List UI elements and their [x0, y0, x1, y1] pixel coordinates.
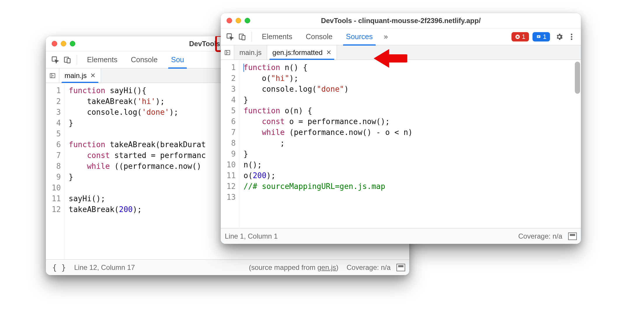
svg-rect-12: [538, 37, 539, 37]
panel-tab-console[interactable]: Console: [299, 28, 339, 45]
status-bar: { } Line 12, Column 17 (source mapped fr…: [46, 259, 409, 275]
coverage-info: Coverage: n/a: [518, 232, 562, 240]
svg-point-15: [571, 38, 572, 40]
svg-point-13: [571, 34, 572, 35]
svg-marker-5: [52, 75, 53, 77]
file-tab-label: main.js: [239, 48, 262, 57]
panel-tab-console[interactable]: Console: [124, 51, 164, 68]
scrollbar-thumb[interactable]: [575, 62, 580, 94]
minimize-icon[interactable]: [236, 18, 241, 23]
panel-tab-elements[interactable]: Elements: [81, 51, 124, 68]
source-map-link[interactable]: gen.js: [317, 263, 336, 271]
traffic-lights: [52, 41, 75, 46]
device-toggle-icon[interactable]: [236, 31, 248, 43]
window-title: DevTools - clinquant-mousse-2f2396.netli…: [321, 17, 481, 25]
inspect-icon[interactable]: [224, 31, 236, 43]
pretty-print-icon[interactable]: { }: [50, 263, 68, 272]
close-icon[interactable]: ✕: [326, 49, 331, 56]
panel-tab-elements[interactable]: Elements: [255, 28, 299, 45]
error-icon: [515, 34, 520, 39]
inspect-icon[interactable]: [49, 54, 61, 66]
close-icon[interactable]: [52, 41, 57, 46]
device-toggle-icon[interactable]: [62, 54, 73, 66]
status-bar: Line 1, Column 1 Coverage: n/a: [221, 228, 581, 244]
divider: [77, 55, 77, 65]
svg-marker-18: [227, 52, 228, 53]
svg-rect-2: [67, 58, 70, 63]
error-badge[interactable]: 1: [511, 32, 529, 41]
devtools-toolbar: Elements Console Sources » 1 1: [221, 28, 581, 45]
info-icon: [536, 34, 541, 39]
source-mapped-info[interactable]: (source mapped from gen.js): [249, 263, 338, 272]
source-code[interactable]: function n() { o("hi"); console.log("don…: [239, 60, 417, 228]
kebab-menu-icon[interactable]: [566, 31, 577, 43]
more-panels-icon[interactable]: »: [380, 28, 392, 45]
issues-badge[interactable]: 1: [532, 32, 550, 41]
file-tab-main-js[interactable]: main.js: [234, 45, 267, 60]
divider: [252, 32, 252, 42]
issues-count: 1: [543, 33, 546, 41]
file-tab-label: main.js: [65, 72, 87, 80]
drawer-toggle-icon[interactable]: [568, 232, 577, 240]
line-gutter: 1 2 3 4 5 6 7 8 9 10 11 12: [46, 83, 65, 259]
svg-rect-11: [538, 36, 539, 37]
svg-rect-8: [242, 35, 245, 40]
traffic-lights: [227, 18, 250, 23]
navigator-toggle-icon[interactable]: [46, 68, 59, 83]
close-icon[interactable]: [227, 18, 232, 23]
svg-point-14: [571, 36, 572, 37]
panel-tab-sources[interactable]: Sources: [340, 28, 379, 45]
annotation-arrow-icon: [372, 47, 407, 70]
close-icon[interactable]: ✕: [90, 72, 95, 79]
panel-tab-sources[interactable]: Sou: [165, 51, 190, 68]
file-tab-label: gen.js:formatted: [272, 48, 323, 57]
cursor-position: Line 1, Column 1: [225, 232, 278, 240]
zoom-icon[interactable]: [245, 18, 250, 23]
file-tab-main-js[interactable]: main.js ✕: [59, 68, 101, 83]
source-code[interactable]: function sayHi(){ takeABreak('hi'); cons…: [65, 83, 210, 259]
file-tab-gen-js-formatted[interactable]: gen.js:formatted ✕: [267, 45, 337, 60]
minimize-icon[interactable]: [61, 41, 66, 46]
navigator-toggle-icon[interactable]: [221, 45, 234, 60]
error-count: 1: [522, 33, 525, 41]
cursor-position: Line 12, Column 17: [74, 263, 135, 272]
line-gutter: 1 2 3 4 5 6 7 8 9 10 11 12 13: [221, 60, 239, 228]
code-editor[interactable]: 1 2 3 4 5 6 7 8 9 10 11 12 13 function n…: [221, 60, 581, 228]
coverage-info: Coverage: n/a: [347, 263, 391, 272]
zoom-icon[interactable]: [70, 41, 75, 46]
settings-icon[interactable]: [554, 31, 565, 43]
drawer-toggle-icon[interactable]: [396, 264, 405, 271]
titlebar: DevTools - clinquant-mousse-2f2396.netli…: [221, 13, 581, 28]
